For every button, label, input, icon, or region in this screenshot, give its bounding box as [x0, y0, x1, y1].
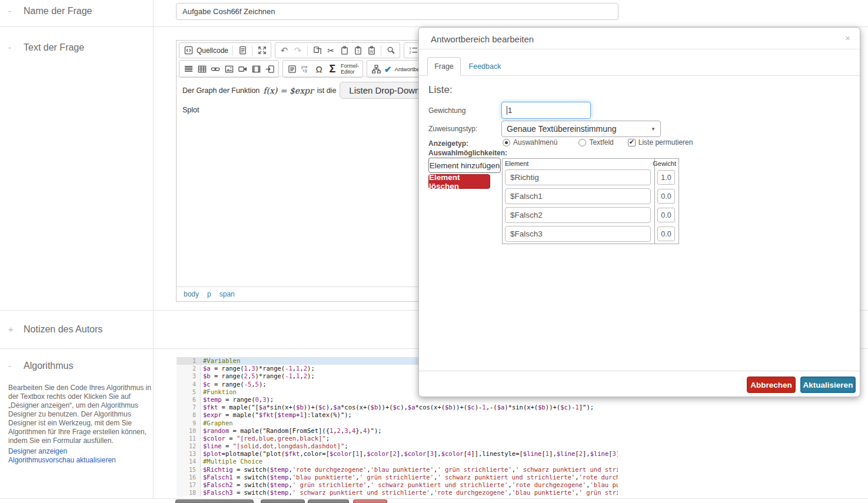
cutoff-button-3[interactable]: [308, 499, 349, 503]
zuweisungstyp-label: Zuweisungstyp:: [428, 125, 477, 133]
gewicht-input[interactable]: 0.0: [657, 226, 675, 241]
table-icon[interactable]: [197, 64, 207, 74]
collapse-icon[interactable]: -: [8, 42, 14, 52]
aktualisieren-button[interactable]: Aktualisieren: [800, 377, 856, 393]
math-expression: f(x) = $expr: [263, 86, 313, 95]
section-notizen-des-autors: + Notizen des Autors: [8, 324, 102, 335]
gewicht-input[interactable]: 0.0: [657, 189, 675, 204]
templates-icon[interactable]: [237, 45, 248, 56]
zuweisungstyp-select[interactable]: Genaue Textübereinstimmung ▼: [501, 121, 661, 137]
search-icon[interactable]: [385, 45, 396, 56]
paste-icon[interactable]: [339, 45, 350, 56]
element-input[interactable]: $Falsch2: [505, 207, 651, 223]
code-line[interactable]: 12$line = "[solid,dot,longdash,dashdot]"…: [177, 442, 618, 450]
code-line[interactable]: 17$Falsch2 = switch($temp,' grün strichl…: [177, 481, 618, 489]
code-line[interactable]: 7$fkt = maple("[$a*sin(x+($b))+($c),$a*c…: [177, 404, 618, 411]
element-hinzufuegen-button[interactable]: Element hinzufügen: [428, 158, 501, 173]
maximize-icon[interactable]: [257, 45, 267, 56]
table-row: $Falsch20.0: [503, 206, 679, 225]
divider: [0, 498, 868, 499]
text-cursor: [507, 106, 507, 115]
path-item-p[interactable]: p: [207, 290, 211, 298]
line-height-icon[interactable]: [183, 64, 194, 74]
line-number: 9: [177, 419, 201, 427]
toolbar-separator: [307, 45, 308, 56]
svg-text:2: 2: [409, 51, 411, 54]
element-input[interactable]: $Falsch3: [505, 226, 651, 242]
sitemap-icon[interactable]: [371, 64, 381, 74]
line-number: 16: [177, 474, 201, 481]
source-code-icon[interactable]: [183, 45, 194, 56]
element-input[interactable]: $Falsch1: [505, 188, 651, 204]
table-row: $Falsch30.0: [503, 225, 679, 244]
code-line[interactable]: 14#Multiple Choice: [177, 458, 618, 465]
expand-icon[interactable]: +: [8, 324, 14, 334]
code-line[interactable]: 16$Falsch1 = switch($temp,'blau punktier…: [177, 474, 618, 481]
anzeigetyp-label: Anzeigetyp:: [428, 139, 468, 148]
line-number: 18: [177, 489, 201, 497]
image-icon[interactable]: [224, 64, 234, 74]
algorithmusvorschau-link[interactable]: Algorithmusvorschau aktualisieren: [8, 456, 116, 465]
cutoff-button-4[interactable]: [353, 499, 387, 503]
line-number: 3: [177, 372, 201, 380]
chevron-down-icon: ▼: [651, 126, 656, 132]
radio-textfeld[interactable]: [578, 139, 586, 146]
table-row: $Richtig1.0: [503, 168, 679, 187]
text-block-icon[interactable]: [287, 64, 297, 74]
code-line[interactable]: 13$plot=plotmaple("plot($fkt,color=[$col…: [177, 450, 618, 458]
copy-icon[interactable]: [312, 45, 322, 56]
checkbox-liste-permutieren[interactable]: [628, 139, 636, 146]
code-line[interactable]: 18$Falsch3 = switch($temp,' schwarz punk…: [177, 489, 618, 497]
collapse-icon[interactable]: -: [8, 6, 14, 16]
gewicht-input[interactable]: 1.0: [657, 170, 675, 185]
element-loeschen-button[interactable]: Element löschen: [428, 174, 490, 189]
table-row: $Falsch10.0: [503, 187, 679, 206]
special-character-icon[interactable]: Ω: [314, 64, 324, 74]
collapse-icon[interactable]: -: [8, 361, 14, 371]
code-line[interactable]: 8$expr = maple("$fkt[$temp+1]:latex(%)")…: [177, 411, 618, 419]
insert-iframe-icon[interactable]: [264, 64, 275, 74]
svg-text:T: T: [357, 49, 359, 54]
line-number: 1: [177, 357, 201, 365]
paste-as-text-icon[interactable]: T: [352, 45, 363, 56]
radio-auswahlmenu[interactable]: [503, 139, 510, 146]
tab-frage[interactable]: Frage: [427, 57, 461, 76]
toolbar-separator: [381, 45, 381, 56]
question-name-input[interactable]: [176, 3, 618, 20]
link-icon[interactable]: [210, 64, 221, 74]
cutoff-button-2[interactable]: [261, 499, 305, 503]
path-item-body[interactable]: body: [184, 290, 199, 298]
formula-editor-icon[interactable]: Σ: [327, 64, 338, 74]
line-number: 8: [177, 411, 201, 419]
antwortbereich-modal: Antwortbereich bearbeiten × Frage Feedba…: [418, 27, 860, 397]
paste-from-word-icon[interactable]: W: [366, 45, 377, 56]
cutoff-button-1[interactable]: [175, 499, 254, 503]
close-icon[interactable]: ×: [845, 33, 850, 43]
element-input[interactable]: $Richtig: [505, 169, 651, 185]
code-line[interactable]: 9#Graphen: [177, 419, 618, 427]
quellcode-button[interactable]: Quellcode: [197, 46, 228, 55]
question-sentence-mid: ist die: [317, 86, 337, 95]
abbrechen-button[interactable]: Abbrechen: [747, 377, 796, 393]
gewichtung-input[interactable]: 1: [501, 102, 591, 119]
tab-feedback[interactable]: Feedback: [465, 57, 505, 76]
gewicht-input[interactable]: 0.0: [657, 208, 675, 222]
path-item-span[interactable]: span: [220, 290, 235, 298]
code-line[interactable]: 11$color = "[red,blue,green,black]";: [177, 435, 618, 442]
numbered-list-icon[interactable]: 12: [408, 45, 418, 56]
redo-icon[interactable]: ↷: [292, 45, 303, 56]
designer-anzeigen-link[interactable]: Designer anzeigen: [8, 447, 116, 456]
line-number: 17: [177, 481, 201, 489]
media-icon[interactable]: [237, 64, 248, 74]
code-line[interactable]: 10$random = maple("Random[FromSet]({1,2,…: [177, 427, 618, 435]
section-text-der-frage: - Text der Frage: [8, 42, 84, 53]
formula-editor-button[interactable]: Formel- Editor: [341, 63, 359, 75]
code-line[interactable]: 15$Richtig = switch($temp,'rote durchgez…: [177, 466, 618, 474]
divider: [419, 49, 860, 49]
modal-title: Antwortbereich bearbeiten: [431, 34, 534, 44]
section-label: Name der Frage: [24, 6, 92, 16]
undo-icon[interactable]: ↶: [279, 45, 290, 56]
math-entry-icon[interactable]: y=x+3: [300, 64, 311, 74]
cut-icon[interactable]: ✂: [325, 45, 336, 56]
film-icon[interactable]: [251, 64, 261, 74]
